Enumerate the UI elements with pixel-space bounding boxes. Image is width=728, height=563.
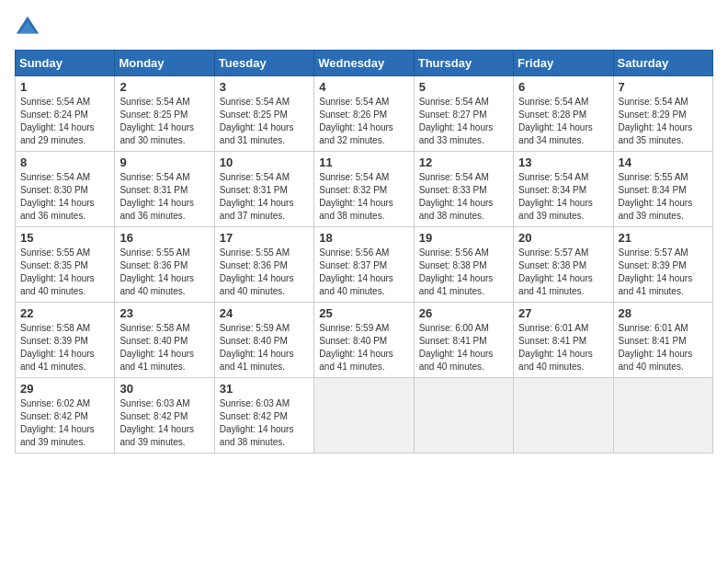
day-number: 11 bbox=[319, 155, 408, 169]
day-info: Sunrise: 6:03 AMSunset: 8:42 PMDaylight:… bbox=[119, 398, 194, 447]
day-info: Sunrise: 6:03 AMSunset: 8:42 PMDaylight:… bbox=[220, 398, 294, 447]
day-number: 1 bbox=[20, 80, 109, 94]
day-number: 2 bbox=[119, 80, 209, 94]
calendar-cell: 26Sunrise: 6:00 AMSunset: 8:41 PMDayligh… bbox=[414, 303, 513, 378]
weekday-header-thursday: Thursday bbox=[414, 51, 513, 76]
calendar-cell: 4Sunrise: 5:54 AMSunset: 8:26 PMDaylight… bbox=[314, 76, 414, 152]
day-info: Sunrise: 5:56 AMSunset: 8:38 PMDaylight:… bbox=[419, 247, 494, 296]
calendar-cell: 7Sunrise: 5:54 AMSunset: 8:29 PMDaylight… bbox=[613, 76, 712, 152]
day-info: Sunrise: 5:59 AMSunset: 8:40 PMDaylight:… bbox=[220, 323, 294, 372]
weekday-header-row: SundayMondayTuesdayWednesdayThursdayFrid… bbox=[16, 51, 713, 76]
day-number: 24 bbox=[220, 306, 309, 320]
calendar-cell: 2Sunrise: 5:54 AMSunset: 8:25 PMDaylight… bbox=[115, 76, 214, 152]
day-number: 21 bbox=[619, 231, 708, 245]
day-info: Sunrise: 6:01 AMSunset: 8:41 PMDaylight:… bbox=[619, 323, 693, 372]
calendar-cell: 30Sunrise: 6:03 AMSunset: 8:42 PMDayligh… bbox=[115, 378, 214, 454]
weekday-header-tuesday: Tuesday bbox=[214, 51, 313, 76]
calendar-week-3: 15Sunrise: 5:55 AMSunset: 8:35 PMDayligh… bbox=[16, 227, 713, 303]
calendar-cell: 28Sunrise: 6:01 AMSunset: 8:41 PMDayligh… bbox=[613, 303, 712, 378]
calendar-cell: 20Sunrise: 5:57 AMSunset: 8:38 PMDayligh… bbox=[514, 227, 613, 303]
weekday-header-friday: Friday bbox=[514, 51, 613, 76]
day-number: 27 bbox=[518, 306, 608, 320]
day-info: Sunrise: 5:54 AMSunset: 8:26 PMDaylight:… bbox=[319, 97, 393, 145]
weekday-header-saturday: Saturday bbox=[613, 51, 712, 76]
day-info: Sunrise: 5:54 AMSunset: 8:29 PMDaylight:… bbox=[619, 97, 693, 145]
day-number: 8 bbox=[20, 155, 109, 169]
day-number: 28 bbox=[619, 306, 708, 320]
day-info: Sunrise: 5:54 AMSunset: 8:34 PMDaylight:… bbox=[518, 172, 593, 221]
day-number: 17 bbox=[220, 231, 309, 245]
calendar-cell: 23Sunrise: 5:58 AMSunset: 8:40 PMDayligh… bbox=[115, 303, 214, 378]
calendar-cell: 19Sunrise: 5:56 AMSunset: 8:38 PMDayligh… bbox=[414, 227, 513, 303]
day-info: Sunrise: 5:55 AMSunset: 8:36 PMDaylight:… bbox=[220, 247, 294, 296]
day-number: 23 bbox=[119, 306, 209, 320]
calendar-week-4: 22Sunrise: 5:58 AMSunset: 8:39 PMDayligh… bbox=[16, 303, 713, 378]
weekday-header-wednesday: Wednesday bbox=[314, 51, 414, 76]
day-info: Sunrise: 5:54 AMSunset: 8:33 PMDaylight:… bbox=[419, 172, 494, 221]
calendar-week-5: 29Sunrise: 6:02 AMSunset: 8:42 PMDayligh… bbox=[16, 378, 713, 454]
day-info: Sunrise: 5:54 AMSunset: 8:28 PMDaylight:… bbox=[518, 97, 593, 145]
day-info: Sunrise: 5:54 AMSunset: 8:24 PMDaylight:… bbox=[20, 97, 95, 145]
weekday-header-sunday: Sunday bbox=[16, 51, 115, 76]
calendar-cell: 13Sunrise: 5:54 AMSunset: 8:34 PMDayligh… bbox=[514, 152, 613, 227]
day-info: Sunrise: 6:01 AMSunset: 8:41 PMDaylight:… bbox=[518, 323, 593, 372]
day-number: 18 bbox=[319, 231, 408, 245]
day-number: 15 bbox=[20, 231, 109, 245]
calendar-cell: 22Sunrise: 5:58 AMSunset: 8:39 PMDayligh… bbox=[16, 303, 115, 378]
day-number: 10 bbox=[220, 155, 309, 169]
page-header bbox=[15, 15, 713, 40]
calendar-cell: 16Sunrise: 5:55 AMSunset: 8:36 PMDayligh… bbox=[115, 227, 214, 303]
calendar-cell: 25Sunrise: 5:59 AMSunset: 8:40 PMDayligh… bbox=[314, 303, 414, 378]
calendar-cell: 17Sunrise: 5:55 AMSunset: 8:36 PMDayligh… bbox=[214, 227, 313, 303]
day-number: 25 bbox=[319, 306, 408, 320]
day-info: Sunrise: 5:54 AMSunset: 8:30 PMDaylight:… bbox=[20, 172, 95, 221]
day-info: Sunrise: 5:54 AMSunset: 8:31 PMDaylight:… bbox=[220, 172, 294, 221]
calendar-cell: 11Sunrise: 5:54 AMSunset: 8:32 PMDayligh… bbox=[314, 152, 414, 227]
day-number: 7 bbox=[619, 80, 708, 94]
calendar-cell: 31Sunrise: 6:03 AMSunset: 8:42 PMDayligh… bbox=[214, 378, 313, 454]
calendar-cell: 5Sunrise: 5:54 AMSunset: 8:27 PMDaylight… bbox=[414, 76, 513, 152]
day-number: 22 bbox=[20, 306, 109, 320]
day-number: 31 bbox=[220, 382, 309, 396]
day-number: 13 bbox=[518, 155, 608, 169]
day-info: Sunrise: 5:54 AMSunset: 8:27 PMDaylight:… bbox=[419, 97, 494, 145]
calendar-cell: 21Sunrise: 5:57 AMSunset: 8:39 PMDayligh… bbox=[613, 227, 712, 303]
day-number: 16 bbox=[119, 231, 209, 245]
day-number: 30 bbox=[119, 382, 209, 396]
day-number: 9 bbox=[119, 155, 209, 169]
calendar-cell: 10Sunrise: 5:54 AMSunset: 8:31 PMDayligh… bbox=[214, 152, 313, 227]
day-number: 6 bbox=[518, 80, 608, 94]
day-number: 5 bbox=[419, 80, 508, 94]
calendar-cell: 1Sunrise: 5:54 AMSunset: 8:24 PMDaylight… bbox=[16, 76, 115, 152]
day-info: Sunrise: 5:57 AMSunset: 8:39 PMDaylight:… bbox=[619, 247, 693, 296]
day-info: Sunrise: 6:02 AMSunset: 8:42 PMDaylight:… bbox=[20, 398, 95, 447]
calendar-cell bbox=[514, 378, 613, 454]
calendar-week-2: 8Sunrise: 5:54 AMSunset: 8:30 PMDaylight… bbox=[16, 152, 713, 227]
day-info: Sunrise: 5:57 AMSunset: 8:38 PMDaylight:… bbox=[518, 247, 593, 296]
calendar-cell: 9Sunrise: 5:54 AMSunset: 8:31 PMDaylight… bbox=[115, 152, 214, 227]
day-info: Sunrise: 5:59 AMSunset: 8:40 PMDaylight:… bbox=[319, 323, 393, 372]
day-number: 20 bbox=[518, 231, 608, 245]
calendar-cell bbox=[314, 378, 414, 454]
day-info: Sunrise: 5:55 AMSunset: 8:35 PMDaylight:… bbox=[20, 247, 95, 296]
day-number: 4 bbox=[319, 80, 408, 94]
calendar-cell: 14Sunrise: 5:55 AMSunset: 8:34 PMDayligh… bbox=[613, 152, 712, 227]
day-info: Sunrise: 5:54 AMSunset: 8:32 PMDaylight:… bbox=[319, 172, 393, 221]
calendar-cell: 8Sunrise: 5:54 AMSunset: 8:30 PMDaylight… bbox=[16, 152, 115, 227]
day-info: Sunrise: 5:54 AMSunset: 8:25 PMDaylight:… bbox=[220, 97, 294, 145]
calendar-table: SundayMondayTuesdayWednesdayThursdayFrid… bbox=[15, 50, 713, 454]
day-info: Sunrise: 5:58 AMSunset: 8:40 PMDaylight:… bbox=[119, 323, 194, 372]
day-info: Sunrise: 5:55 AMSunset: 8:36 PMDaylight:… bbox=[119, 247, 194, 296]
calendar-cell: 18Sunrise: 5:56 AMSunset: 8:37 PMDayligh… bbox=[314, 227, 414, 303]
day-number: 3 bbox=[220, 80, 309, 94]
day-info: Sunrise: 5:58 AMSunset: 8:39 PMDaylight:… bbox=[20, 323, 95, 372]
weekday-header-monday: Monday bbox=[115, 51, 214, 76]
day-info: Sunrise: 5:54 AMSunset: 8:31 PMDaylight:… bbox=[119, 172, 194, 221]
calendar-cell: 12Sunrise: 5:54 AMSunset: 8:33 PMDayligh… bbox=[414, 152, 513, 227]
calendar-cell: 15Sunrise: 5:55 AMSunset: 8:35 PMDayligh… bbox=[16, 227, 115, 303]
day-number: 26 bbox=[419, 306, 508, 320]
calendar-week-1: 1Sunrise: 5:54 AMSunset: 8:24 PMDaylight… bbox=[16, 76, 713, 152]
calendar-cell: 3Sunrise: 5:54 AMSunset: 8:25 PMDaylight… bbox=[214, 76, 313, 152]
day-info: Sunrise: 6:00 AMSunset: 8:41 PMDaylight:… bbox=[419, 323, 494, 372]
calendar-cell bbox=[613, 378, 712, 454]
